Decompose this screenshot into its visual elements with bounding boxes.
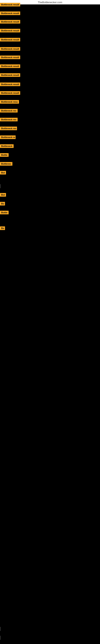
bottleneck-badge[interactable]: Bottleneck res: [0, 118, 18, 121]
site-title: TheBottlenecker.com: [38, 1, 62, 4]
bottleneck-badge[interactable]: Bottleneck result: [0, 12, 20, 15]
bottleneck-badge[interactable]: Bottleneck: [0, 144, 14, 148]
bottleneck-badge[interactable]: Bottleneck result: [0, 3, 20, 6]
bottleneck-badge[interactable]: Bottle: [0, 153, 9, 157]
bottleneck-badge[interactable]: Bot: [0, 193, 6, 196]
bottleneck-badge[interactable]: Bottleneck result: [0, 20, 20, 24]
bottleneck-badge[interactable]: Bottleneck result: [0, 64, 20, 68]
bottleneck-badge[interactable]: Bottleneck result: [0, 47, 20, 51]
bottleneck-badge[interactable]: Bo: [0, 202, 5, 206]
bottleneck-badge[interactable]: Bottleneck result: [0, 56, 20, 59]
separator-line: [0, 184, 0, 188]
bottleneck-badge[interactable]: Bottleneck result: [0, 73, 20, 77]
bottleneck-badge[interactable]: Bottleneck result: [0, 91, 20, 95]
separator-line-2: [0, 636, 0, 640]
bottleneck-badge[interactable]: Bottleneck result: [0, 38, 20, 42]
bottleneck-badge[interactable]: Bottlenec: [0, 162, 12, 166]
content-area: Bottleneck resultBottleneck resultBottle…: [0, 4, 100, 644]
bottleneck-badge[interactable]: Bottle: [0, 211, 9, 214]
bottleneck-badge[interactable]: Bottleneck res: [0, 109, 18, 112]
bottleneck-badge[interactable]: Bo: [0, 226, 5, 230]
bottleneck-badge[interactable]: Bottleneck resu: [0, 100, 19, 104]
bottleneck-badge[interactable]: Bottleneck result: [0, 29, 20, 32]
bottleneck-badge[interactable]: Bot: [0, 171, 6, 174]
bottleneck-badge[interactable]: Bottleneck re: [0, 136, 16, 139]
bottleneck-badge[interactable]: Bottleneck result: [0, 82, 20, 86]
bottleneck-badge[interactable]: Bottleneck res: [0, 126, 17, 130]
separator-line: [0, 627, 0, 631]
